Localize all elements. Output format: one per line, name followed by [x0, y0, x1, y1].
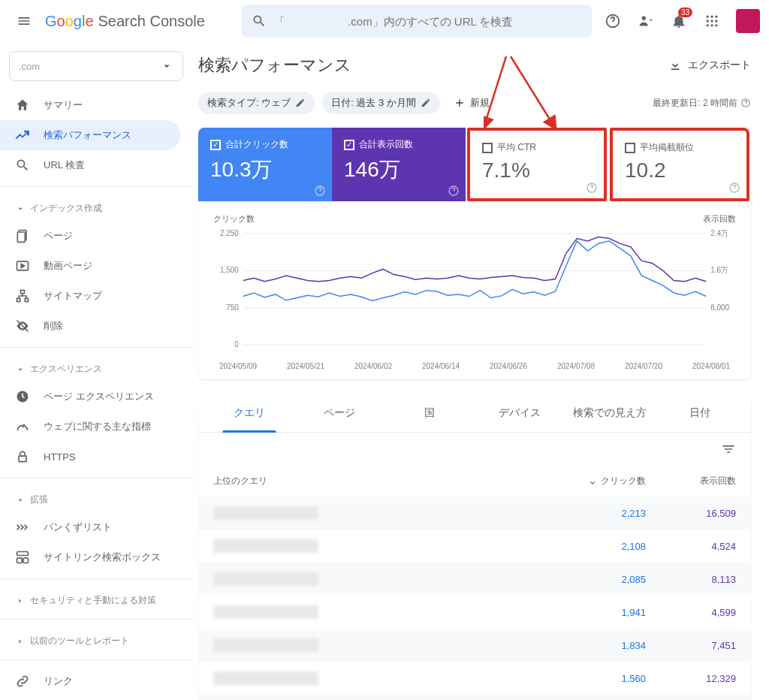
sidebar-item-links[interactable]: リンク [0, 666, 180, 696]
arrow-down-icon [587, 476, 598, 487]
sidebar-item-cwv[interactable]: ウェブに関する主な指標 [0, 412, 180, 442]
sidebar-item-removals[interactable]: 削除 [0, 311, 180, 341]
help-icon[interactable] [314, 185, 326, 197]
help-button[interactable] [598, 6, 628, 36]
chevron-right-icon [15, 636, 26, 647]
svg-point-8 [707, 24, 709, 26]
checkbox-icon [210, 140, 221, 150]
last-updated: 最終更新日: 2 時間前 [653, 97, 751, 110]
svg-point-7 [715, 20, 717, 22]
sidebar: .com サマリー 検索パフォーマンス URL 検査 インデックス作成 ページ … [0, 42, 192, 700]
table-row[interactable]: 1,56012,329 [198, 662, 751, 695]
table-row[interactable]: 1,9414,599 [198, 596, 751, 629]
app-name: Search Console [98, 13, 205, 30]
svg-text:1.6万: 1.6万 [710, 266, 728, 274]
sidebar-item-page-exp[interactable]: ページ エクスペリエンス [0, 382, 180, 412]
help-icon[interactable] [448, 185, 460, 197]
filter-icon[interactable] [721, 442, 736, 457]
metric-impressions[interactable]: 合計表示回数 146万 [332, 128, 466, 201]
svg-point-6 [710, 20, 713, 22]
checkbox-icon [344, 140, 354, 150]
metric-position[interactable]: 平均掲載順位 10.2 [610, 128, 749, 201]
plus-icon [454, 97, 466, 109]
search-icon [252, 14, 267, 29]
add-filter-button[interactable]: 新規 [448, 92, 496, 114]
svg-rect-12 [17, 232, 25, 242]
sidebar-section-enhance[interactable]: 拡張 [0, 484, 192, 512]
logo[interactable]: Google Search Console [45, 13, 205, 30]
main-content: 検索パフォーマンス エクスポート 検索タイプ: ウェブ 日付: 過去 3 か月間… [192, 42, 769, 700]
chart[interactable]: クリック数 表示回数 07508,0001,5001.6万2,2502.4万 2… [198, 201, 751, 379]
url-search[interactable] [241, 5, 592, 38]
tab-1[interactable]: ページ [294, 394, 384, 432]
svg-point-5 [707, 20, 709, 22]
svg-rect-14 [21, 291, 25, 294]
sidebar-item-video[interactable]: 動画ページ [0, 251, 180, 281]
sidebar-item-settings[interactable]: 設定 [0, 696, 180, 700]
checkbox-icon [482, 143, 493, 153]
chevron-down-icon [15, 495, 26, 505]
account-avatar[interactable] [736, 9, 760, 33]
search-input[interactable] [274, 15, 581, 28]
dimension-tabs: クエリページ国デバイス検索での見え方日付 [198, 394, 751, 433]
svg-point-2 [707, 16, 709, 18]
sidebar-item-breadcrumb[interactable]: パンくずリスト [0, 512, 180, 542]
svg-text:0: 0 [234, 340, 239, 348]
chevron-down-icon [15, 364, 26, 375]
menu-button[interactable] [9, 6, 39, 36]
svg-text:8,000: 8,000 [710, 303, 729, 312]
sidebar-section-experience[interactable]: エクスペリエンス [0, 354, 192, 382]
page-title: 検索パフォーマンス [198, 54, 351, 77]
sidebar-item-url-inspect[interactable]: URL 検査 [0, 150, 180, 180]
sidebar-section-security[interactable]: セキュリティと手動による対策 [0, 585, 192, 613]
table-row[interactable]: 2,21316,509 [198, 496, 751, 530]
svg-point-3 [710, 16, 713, 18]
sidebar-item-performance[interactable]: 検索パフォーマンス [0, 120, 180, 150]
help-icon[interactable] [740, 98, 751, 108]
sidebar-item-sitelinks[interactable]: サイトリンク検索ボックス [0, 542, 180, 572]
breakdown-card: クエリページ国デバイス検索での見え方日付 上位のクエリ クリック数 表示回数 2… [198, 394, 751, 700]
help-icon[interactable] [586, 182, 598, 194]
sort-clicks[interactable]: クリック数 [556, 475, 646, 487]
svg-point-9 [710, 24, 713, 26]
svg-rect-21 [23, 558, 29, 563]
svg-text:750: 750 [226, 303, 239, 312]
chevron-right-icon [15, 596, 26, 606]
tab-5[interactable]: 日付 [655, 394, 745, 432]
svg-text:2.4万: 2.4万 [710, 229, 728, 237]
checkbox-icon [625, 143, 635, 153]
table-header: 上位のクエリ クリック数 表示回数 [198, 461, 751, 496]
sidebar-item-pages[interactable]: ページ [0, 221, 180, 251]
sidebar-item-sitemap[interactable]: サイトマップ [0, 281, 180, 311]
metric-ctr[interactable]: 平均 CTR 7.1% [467, 128, 607, 201]
tab-3[interactable]: デバイス [475, 394, 565, 432]
export-button[interactable]: エクスポート [668, 59, 751, 72]
svg-point-1 [642, 17, 647, 20]
help-icon[interactable] [728, 182, 740, 194]
table-row[interactable]: 1,49410,961 [198, 695, 751, 700]
table-row[interactable]: 2,0858,113 [198, 563, 751, 596]
tab-4[interactable]: 検索での見え方 [565, 394, 655, 432]
edit-icon [295, 98, 306, 108]
property-selector[interactable]: .com [9, 51, 183, 81]
svg-point-10 [715, 24, 717, 26]
table-row[interactable]: 1,8347,451 [198, 629, 751, 662]
apps-button[interactable] [697, 6, 727, 36]
chevron-down-icon [160, 59, 173, 73]
tab-2[interactable]: 国 [384, 394, 475, 432]
sidebar-item-https[interactable]: HTTPS [0, 442, 180, 472]
filter-chip-date[interactable]: 日付: 過去 3 か月間 [322, 92, 440, 114]
sidebar-section-index[interactable]: インデックス作成 [0, 193, 192, 221]
people-button[interactable] [631, 6, 661, 36]
sidebar-item-summary[interactable]: サマリー [0, 90, 180, 120]
edit-icon [421, 98, 431, 108]
tab-0[interactable]: クエリ [204, 394, 294, 432]
filter-chip-type[interactable]: 検索タイプ: ウェブ [198, 92, 315, 114]
download-icon [668, 59, 682, 72]
metric-clicks[interactable]: 合計クリック数 10.3万 [198, 128, 332, 201]
notifications-button[interactable]: 33 [664, 6, 694, 36]
table-row[interactable]: 2,1084,524 [198, 530, 751, 563]
notification-badge: 33 [678, 8, 692, 17]
svg-rect-16 [25, 298, 28, 301]
sidebar-section-legacy[interactable]: 以前のツールとレポート [0, 626, 192, 653]
